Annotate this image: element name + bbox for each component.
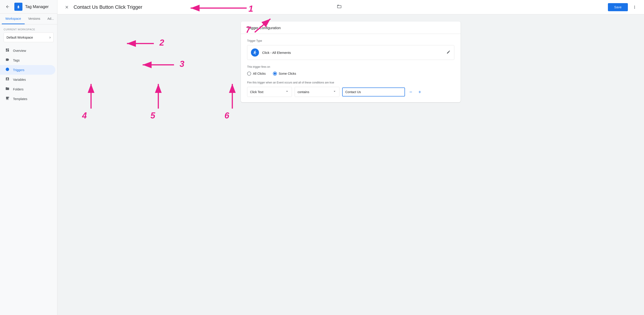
trigger-type-name: Click - All Elements: [262, 51, 446, 55]
radio-all-clicks-label: All Clicks: [253, 72, 266, 75]
annotation-label-3: 3: [180, 59, 184, 69]
sidebar-item-folders[interactable]: Folders: [0, 84, 56, 94]
back-button[interactable]: [4, 3, 12, 11]
condition-operator-value: contains: [298, 90, 309, 94]
annotation-label-2: 2: [160, 38, 164, 48]
trigger-type-label: Trigger Type: [247, 39, 454, 42]
add-condition-button[interactable]: [417, 89, 423, 95]
radio-all-clicks-circle[interactable]: [247, 72, 251, 76]
sidebar-item-triggers[interactable]: Triggers: [0, 65, 56, 75]
annotation-label-5: 5: [150, 111, 155, 121]
condition-field-dropdown-icon: [285, 89, 289, 95]
trigger-config-card: Trigger Configuration Trigger Type Click…: [241, 22, 460, 102]
save-button[interactable]: Save: [608, 3, 628, 11]
workspace-label: CURRENT WORKSPACE: [4, 28, 54, 31]
sidebar-item-label: Tags: [13, 59, 20, 62]
page-body: Trigger Configuration Trigger Type Click…: [58, 14, 644, 315]
folder-button[interactable]: [337, 4, 342, 10]
more-options-button[interactable]: [630, 3, 638, 11]
sidebar-item-label: Overview: [13, 49, 26, 53]
folders-icon: [6, 87, 10, 92]
radio-group-fires-on: All Clicks Some Clicks: [247, 72, 454, 76]
radio-some-clicks-dot: [274, 73, 276, 75]
trigger-name-input[interactable]: [74, 4, 334, 10]
edit-trigger-type-button[interactable]: [446, 50, 450, 55]
tab-admin[interactable]: Ad...: [44, 14, 58, 24]
sidebar-item-label: Triggers: [13, 68, 24, 72]
condition-operator-selector[interactable]: contains: [295, 87, 340, 97]
workspace-chevron: ›: [49, 35, 51, 40]
sidebar: Tag Manager Workspace Versions Ad... CUR…: [0, 0, 58, 315]
radio-some-clicks-label: Some Clicks: [279, 72, 296, 75]
gtm-logo: [14, 3, 22, 11]
workspace-section: CURRENT WORKSPACE Default Workspace ›: [0, 25, 57, 44]
condition-operator-dropdown-icon: [332, 89, 336, 95]
workspace-selector[interactable]: Default Workspace ›: [4, 33, 54, 42]
condition-row: Click Text contains: [247, 87, 454, 97]
condition-value-input[interactable]: [342, 88, 405, 97]
remove-condition-button[interactable]: [408, 89, 414, 95]
annotation-label-4: 4: [82, 111, 87, 121]
condition-label: Fire this trigger when an Event occurs a…: [247, 81, 454, 84]
trigger-type-selector[interactable]: Click - All Elements: [247, 45, 454, 60]
config-body: Trigger Type Click - All Elements This t…: [241, 34, 460, 102]
sidebar-item-label: Variables: [13, 78, 26, 82]
templates-icon: [6, 96, 10, 101]
variables-icon: [6, 77, 10, 82]
triggers-icon: [6, 67, 10, 73]
tab-workspace[interactable]: Workspace: [2, 14, 25, 24]
workspace-name: Default Workspace: [6, 36, 33, 39]
sidebar-item-label: Folders: [13, 88, 24, 91]
nav-tabs: Workspace Versions Ad...: [0, 14, 57, 25]
overview-icon: [6, 48, 10, 53]
config-title: Trigger Configuration: [241, 22, 460, 34]
trigger-type-icon: [251, 49, 259, 57]
top-bar: Save: [58, 0, 644, 14]
sidebar-item-label: Templates: [13, 97, 27, 101]
tab-versions[interactable]: Versions: [25, 14, 44, 24]
sidebar-item-overview[interactable]: Overview: [0, 46, 56, 55]
svg-point-2: [6, 68, 9, 71]
svg-rect-1: [18, 7, 19, 8]
sidebar-item-tags[interactable]: Tags: [0, 55, 56, 65]
condition-field-selector[interactable]: Click Text: [247, 87, 292, 97]
sidebar-item-templates[interactable]: Templates: [0, 94, 56, 104]
app-title: Tag Manager: [25, 5, 49, 9]
sidebar-menu: Overview Tags Triggers Variables Folders: [0, 44, 57, 315]
tags-icon: [6, 58, 10, 63]
radio-all-clicks[interactable]: All Clicks: [247, 72, 266, 76]
sidebar-top: Tag Manager: [0, 0, 57, 14]
annotation-label-6: 6: [224, 111, 229, 121]
close-button[interactable]: [63, 3, 71, 11]
condition-field-value: Click Text: [250, 90, 264, 94]
sidebar-item-variables[interactable]: Variables: [0, 75, 56, 84]
radio-some-clicks-circle[interactable]: [273, 72, 277, 76]
main-content: Save Trigger Configuration Trigger Type …: [58, 0, 644, 315]
fires-on-label: This trigger fires on: [247, 65, 454, 69]
radio-some-clicks[interactable]: Some Clicks: [273, 72, 296, 76]
